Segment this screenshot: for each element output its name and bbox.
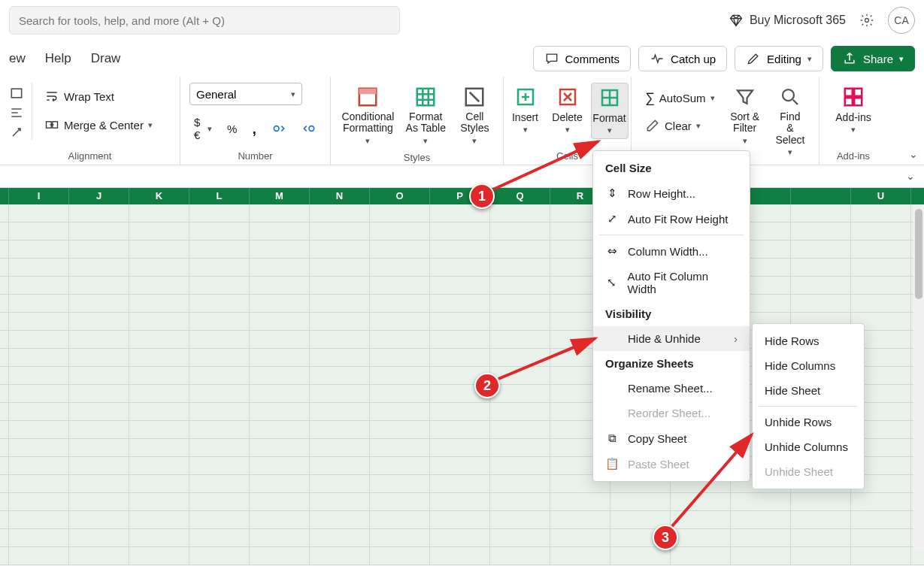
column-header[interactable]: N: [310, 188, 370, 204]
cell[interactable]: [310, 367, 370, 385]
insert-button[interactable]: Insert▾: [507, 83, 544, 138]
cell[interactable]: [430, 457, 490, 475]
expand-formula-bar-button[interactable]: ⌄: [906, 170, 915, 182]
cell[interactable]: [250, 511, 310, 529]
cell[interactable]: [69, 259, 129, 277]
cell[interactable]: [791, 241, 851, 259]
cell[interactable]: [69, 222, 129, 241]
cell[interactable]: [9, 457, 69, 475]
cell[interactable]: [69, 295, 129, 313]
cell-styles-button[interactable]: Cell Styles▾: [456, 83, 494, 149]
cell[interactable]: [129, 313, 189, 331]
cell[interactable]: [9, 222, 69, 241]
cell[interactable]: [250, 529, 310, 547]
cell[interactable]: [310, 475, 370, 493]
cell[interactable]: [189, 439, 250, 457]
cell[interactable]: [129, 204, 189, 222]
cell[interactable]: [370, 277, 430, 295]
cell[interactable]: [310, 529, 370, 547]
cell[interactable]: [550, 547, 610, 565]
cell[interactable]: [671, 547, 731, 565]
cell[interactable]: [310, 222, 370, 241]
cell[interactable]: [9, 511, 69, 529]
cell[interactable]: [69, 241, 129, 259]
cell[interactable]: [550, 493, 610, 511]
cell[interactable]: [69, 457, 129, 475]
cell[interactable]: [9, 313, 69, 331]
cell[interactable]: [370, 385, 430, 403]
cell[interactable]: [129, 349, 189, 367]
tab-view[interactable]: ew: [9, 51, 26, 66]
cell[interactable]: [129, 331, 189, 349]
cell[interactable]: [69, 439, 129, 457]
cell[interactable]: [490, 493, 550, 511]
cell[interactable]: [430, 331, 490, 349]
cell[interactable]: [310, 259, 370, 277]
cell[interactable]: [370, 421, 430, 439]
cell[interactable]: [370, 367, 430, 385]
cell[interactable]: [250, 439, 310, 457]
column-header[interactable]: M: [250, 188, 310, 204]
cell[interactable]: [9, 349, 69, 367]
menu-hide-rows[interactable]: Hide Rows: [753, 328, 864, 353]
cell[interactable]: [129, 493, 189, 511]
cell[interactable]: [490, 295, 550, 313]
cell[interactable]: [189, 349, 250, 367]
cell[interactable]: [310, 385, 370, 403]
cell[interactable]: [129, 511, 189, 529]
cell[interactable]: [851, 204, 911, 222]
decrease-decimal-button[interactable]: [297, 113, 321, 144]
menu-autofit-row[interactable]: ⤢ Auto Fit Row Height: [593, 206, 750, 232]
cell[interactable]: [69, 421, 129, 439]
cell[interactable]: [490, 204, 550, 222]
cell[interactable]: [250, 222, 310, 241]
cell[interactable]: [370, 241, 430, 259]
increase-decimal-button[interactable]: [267, 113, 291, 144]
cell[interactable]: [490, 511, 550, 529]
format-as-table-button[interactable]: Format As Table▾: [401, 83, 451, 149]
cell[interactable]: [370, 511, 430, 529]
cell[interactable]: [250, 349, 310, 367]
cell[interactable]: [250, 385, 310, 403]
cell[interactable]: [731, 511, 791, 529]
cell[interactable]: [370, 493, 430, 511]
cell[interactable]: [430, 349, 490, 367]
cell[interactable]: [370, 403, 430, 421]
cell[interactable]: [430, 313, 490, 331]
cell[interactable]: [129, 475, 189, 493]
cell[interactable]: [490, 529, 550, 547]
cell[interactable]: [430, 439, 490, 457]
percent-button[interactable]: %: [223, 113, 241, 144]
cell[interactable]: [69, 493, 129, 511]
cell[interactable]: [189, 367, 250, 385]
cell[interactable]: [9, 439, 69, 457]
cell[interactable]: [851, 277, 911, 295]
cell[interactable]: [69, 367, 129, 385]
delete-button[interactable]: Delete▾: [549, 83, 586, 138]
column-header[interactable]: [791, 188, 851, 204]
cell[interactable]: [310, 421, 370, 439]
cell[interactable]: [430, 222, 490, 241]
cell[interactable]: [9, 493, 69, 511]
cell[interactable]: [129, 385, 189, 403]
cell[interactable]: [189, 547, 250, 565]
cell[interactable]: [250, 475, 310, 493]
cell[interactable]: [69, 529, 129, 547]
cell[interactable]: [310, 349, 370, 367]
cell[interactable]: [250, 241, 310, 259]
cell[interactable]: [791, 222, 851, 241]
cell[interactable]: [69, 547, 129, 565]
cell[interactable]: [791, 277, 851, 295]
comma-button[interactable]: ,: [247, 113, 261, 144]
cell[interactable]: [490, 241, 550, 259]
cell[interactable]: [791, 204, 851, 222]
cell[interactable]: [9, 547, 69, 565]
cell[interactable]: [851, 547, 911, 565]
cell[interactable]: [9, 277, 69, 295]
cell[interactable]: [189, 259, 250, 277]
cell[interactable]: [129, 457, 189, 475]
cell[interactable]: [310, 241, 370, 259]
cell[interactable]: [370, 529, 430, 547]
cell[interactable]: [671, 529, 731, 547]
cell[interactable]: [9, 204, 69, 222]
